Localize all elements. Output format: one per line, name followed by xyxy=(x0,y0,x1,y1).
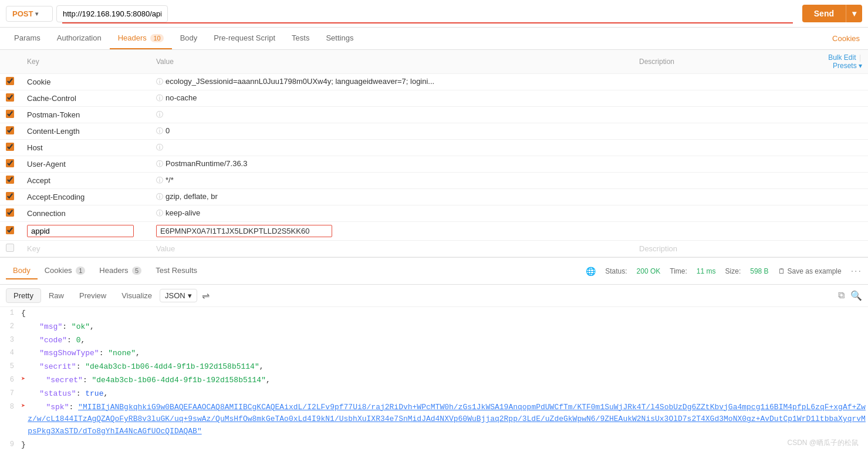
code-token-key: "code" xyxy=(21,336,67,345)
tab-body[interactable]: Body xyxy=(172,28,206,49)
language-select[interactable]: JSON ▾ xyxy=(160,289,197,302)
bulk-edit-btn[interactable]: Bulk Edit xyxy=(828,53,856,62)
placeholder-checkbox[interactable] xyxy=(6,244,14,252)
more-options-btn[interactable]: ··· xyxy=(851,266,862,277)
actions-cell xyxy=(798,123,868,140)
resp-tab-testresults[interactable]: Test Results xyxy=(148,262,204,279)
info-icon: ⓘ xyxy=(156,110,163,119)
tab-authorization[interactable]: Authorization xyxy=(49,28,110,49)
row-checkbox[interactable] xyxy=(6,77,14,85)
code-token-plain: : xyxy=(76,389,86,398)
tab-headers[interactable]: Headers 10 xyxy=(110,28,172,49)
line-number: 9 xyxy=(0,439,21,449)
code-token-key: "status" xyxy=(21,389,76,398)
row-checkbox[interactable] xyxy=(6,143,14,151)
row-checkbox[interactable] xyxy=(6,208,14,217)
code-line: 9} xyxy=(0,439,868,452)
format-btn[interactable]: ⇌ xyxy=(202,290,210,301)
key-cell: Cookie xyxy=(21,74,150,90)
resp-tab-cookies[interactable]: Cookies 1 xyxy=(38,262,93,279)
line-number: 2 xyxy=(0,321,21,331)
row-checkbox[interactable] xyxy=(6,176,14,184)
time-label: Time: xyxy=(670,267,687,275)
row-checkbox[interactable] xyxy=(6,126,14,134)
code-token-key: "secret" xyxy=(28,376,83,385)
presets-btn[interactable]: Presets ▾ xyxy=(833,62,862,70)
code-token-link[interactable]: "MIIBIjANBgkqhkiG9w0BAQEFAAOCAQ8AMIIBCgK… xyxy=(28,403,866,436)
resp-tab-headers[interactable]: Headers 5 xyxy=(92,262,148,279)
code-tab-preview[interactable]: Preview xyxy=(72,288,114,303)
code-tab-visualize[interactable]: Visualize xyxy=(114,288,160,303)
info-icon: ⓘ xyxy=(156,94,163,102)
line-number: 3 xyxy=(0,335,21,344)
value-cell-wrapper: ⓘno-cache xyxy=(150,90,633,107)
line-content: "secret": "de4ab3cb-1b06-4dd4-9f1b-192d1… xyxy=(28,375,868,387)
tab-params[interactable]: Params xyxy=(6,28,49,49)
copy-btn[interactable]: ⧉ xyxy=(838,290,845,301)
row-checkbox[interactable] xyxy=(6,159,14,167)
key-cell: Cache-Control xyxy=(21,90,150,107)
row-checkbox[interactable] xyxy=(6,93,14,102)
tab-tests[interactable]: Tests xyxy=(283,28,318,49)
code-token-plain: : xyxy=(99,349,109,358)
value-cell: gzip, deflate, br xyxy=(166,192,218,201)
actions-cell xyxy=(798,189,868,205)
key-cell: Content-Length xyxy=(21,123,150,140)
code-token-plain: , xyxy=(259,362,264,371)
line-content: "status": true, xyxy=(21,388,868,400)
line-content: "spk": "MIIBIjANBgkqhkiG9w0BAQEFAAOCAQ8A… xyxy=(28,402,868,438)
row-checkbox[interactable] xyxy=(6,226,14,234)
code-tab-raw[interactable]: Raw xyxy=(41,288,72,303)
row-checkbox[interactable] xyxy=(6,110,14,118)
row-checkbox[interactable] xyxy=(6,192,14,200)
save-example-btn[interactable]: 🗒 Save as example xyxy=(778,267,842,275)
code-line: 6➤ "secret": "de4ab3cb-1b06-4dd4-9f1b-19… xyxy=(0,374,868,387)
col-check-header xyxy=(0,50,21,74)
save-icon: 🗒 xyxy=(778,267,785,275)
url-input[interactable] xyxy=(56,5,168,22)
key-cell: Host xyxy=(21,140,150,156)
line-content: "code": 0, xyxy=(21,335,868,347)
table-row: Postman-Token ⓘ xyxy=(0,107,868,123)
code-token-plain: , xyxy=(90,322,94,331)
headers-section: Key Value Description Bulk Edit | Preset… xyxy=(0,50,868,257)
tab-settings[interactable]: Settings xyxy=(318,28,362,49)
method-select[interactable]: POST ▾ xyxy=(6,6,53,22)
col-actions-header: Bulk Edit | Presets ▾ xyxy=(798,50,868,74)
response-bar: Body Cookies 1 Headers 5 Test Results 🌐 … xyxy=(0,257,868,285)
desc-cell xyxy=(633,123,798,140)
search-icon[interactable]: 🔍 xyxy=(850,290,862,301)
value-cell-wrapper: ⓘkeep-alive xyxy=(150,205,633,222)
send-button[interactable]: Send ▾ xyxy=(802,5,862,22)
send-label: Send xyxy=(802,5,846,22)
language-chevron-icon: ▾ xyxy=(188,291,192,300)
tab-prerequest[interactable]: Pre-request Script xyxy=(205,28,283,49)
value-cell-wrapper: ⓘ xyxy=(150,140,633,156)
desc-cell xyxy=(633,205,798,222)
save-example-label: Save as example xyxy=(788,267,842,275)
code-token-plain: , xyxy=(103,389,108,398)
code-line: 4 "msgShowType": "none", xyxy=(0,347,868,360)
value-cell: */* xyxy=(166,176,174,184)
resp-tab-body[interactable]: Body xyxy=(6,262,38,279)
info-icon: ⓘ xyxy=(156,176,163,184)
status-value: 200 OK xyxy=(637,267,661,275)
time-value: 11 ms xyxy=(697,267,716,275)
language-label: JSON xyxy=(165,291,185,300)
code-token-plain: : xyxy=(69,403,78,412)
code-token-plain: : xyxy=(67,336,76,345)
value-cell: keep-alive xyxy=(166,208,200,217)
code-view-tabs: Pretty Raw Preview Visualize JSON ▾ ⇌ ⧉ … xyxy=(0,285,868,307)
table-row: User-Agent ⓘPostmanRuntime/7.36.3 xyxy=(0,156,868,173)
placeholder-desc: Description xyxy=(633,241,798,257)
cookies-link[interactable]: Cookies xyxy=(830,28,862,49)
key-input[interactable] xyxy=(27,225,134,237)
value-input[interactable] xyxy=(156,225,332,237)
info-icon: ⓘ xyxy=(156,209,163,217)
line-content: "msg": "ok", xyxy=(21,321,868,333)
actions-cell xyxy=(798,173,868,189)
send-arrow-icon[interactable]: ▾ xyxy=(846,5,862,22)
code-tab-pretty[interactable]: Pretty xyxy=(6,288,41,303)
actions-cell xyxy=(798,90,868,107)
line-content: "secrit": "de4ab3cb-1b06-4dd4-9f1b-192d1… xyxy=(21,361,868,373)
